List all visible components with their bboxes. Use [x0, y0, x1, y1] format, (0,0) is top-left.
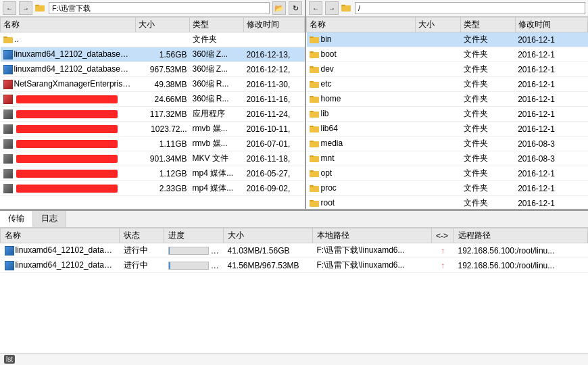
- left-file-date: [244, 32, 305, 47]
- right-file-size: [416, 151, 461, 166]
- transfer-direction: ↑: [432, 258, 454, 273]
- left-file-row[interactable]: 24.66MB360缩 R...2016-11-16,: [1, 92, 305, 107]
- left-file-type: 应用程序: [190, 107, 244, 122]
- left-file-type: mp4 媒体...: [190, 181, 244, 196]
- right-file-table[interactable]: 名称 大小 类型 修改时间 bin文件夹2016-12-1boot文件夹2016…: [306, 17, 588, 209]
- left-back-button[interactable]: ←: [3, 1, 16, 15]
- left-file-row[interactable]: linuxamd64_12102_database_2of2.zip967.53…: [1, 62, 305, 77]
- transfer-local-path: F:\迅雷下载\linuxamd6...: [313, 243, 432, 258]
- left-file-table[interactable]: 名称 大小 类型 修改时间 ..文件夹linuxamd64_12102_data…: [0, 17, 305, 209]
- right-file-type: 文件夹: [461, 196, 516, 210]
- right-file-type: 文件夹: [461, 122, 516, 137]
- left-file-size: 1.12GB: [136, 166, 190, 181]
- transfer-row[interactable]: linuxamd64_12102_databa... 进行中 2%41.03MB…: [1, 243, 588, 258]
- left-file-name: [1, 107, 136, 122]
- left-file-name: [1, 137, 136, 151]
- left-pane: ← → F:\迅雷下载 📂 ↻ 名称 大小: [0, 0, 306, 209]
- left-toolbar: ← → F:\迅雷下载 📂 ↻: [0, 0, 305, 17]
- right-file-row[interactable]: bin文件夹2016-12-1: [307, 32, 588, 47]
- left-file-row[interactable]: linuxamd64_12102_database_1of2.zip1.56GB…: [1, 47, 305, 62]
- right-file-row[interactable]: etc文件夹2016-12-1: [307, 77, 588, 92]
- left-path-input[interactable]: F:\迅雷下载: [49, 2, 270, 14]
- right-file-date: 2016-12-1: [515, 196, 587, 210]
- right-file-type: 文件夹: [461, 166, 516, 181]
- right-file-row[interactable]: proc文件夹2016-12-1: [307, 181, 588, 196]
- left-file-type: MKV 文件: [190, 151, 244, 166]
- left-file-date: 2016-12-13,: [244, 47, 305, 62]
- transfer-row[interactable]: linuxamd64_12102_databa... 进行中 4%41.56MB…: [1, 258, 588, 273]
- right-file-row[interactable]: lib64文件夹2016-12-1: [307, 122, 588, 137]
- right-back-button[interactable]: ←: [309, 1, 322, 15]
- right-file-size: [416, 196, 461, 210]
- right-file-type: 文件夹: [461, 181, 516, 196]
- left-file-date: 2016-07-01,: [244, 137, 305, 151]
- right-file-size: [416, 47, 461, 62]
- dual-pane-area: ← → F:\迅雷下载 📂 ↻ 名称 大小: [0, 0, 588, 210]
- svg-rect-3: [3, 36, 7, 38]
- transfer-col-progress: 进度: [164, 228, 224, 243]
- transfer-size: 41.03MB/1.56GB: [224, 243, 313, 258]
- right-file-size: [416, 77, 461, 92]
- left-file-row[interactable]: 1023.72...rmvb 媒...2016-10-11,: [1, 122, 305, 137]
- right-file-date: 2016-12-1: [515, 77, 587, 92]
- right-file-name: media: [307, 137, 416, 151]
- svg-rect-25: [310, 170, 314, 172]
- svg-rect-16: [310, 112, 319, 118]
- right-path-input[interactable]: /: [355, 2, 585, 14]
- right-file-row[interactable]: root文件夹2016-12-1: [307, 196, 588, 210]
- svg-rect-5: [341, 5, 345, 6]
- right-file-name: proc: [307, 181, 416, 196]
- direction-icon: ↑: [441, 246, 445, 256]
- svg-rect-23: [310, 155, 314, 157]
- left-file-size: 967.53MB: [136, 62, 190, 77]
- transfer-col-status: 状态: [120, 228, 164, 243]
- left-file-row[interactable]: NetSarangXmanagerEnterprise5.rar49.38MB3…: [1, 77, 305, 92]
- right-file-name: lib: [307, 107, 416, 122]
- svg-rect-19: [310, 126, 314, 127]
- tab-transfer[interactable]: 传输: [0, 211, 33, 227]
- transfer-table[interactable]: 名称 状态 进度 大小 本地路径 <-> 远程路径 linuxamd64_121…: [0, 228, 588, 353]
- tab-log[interactable]: 日志: [33, 211, 66, 227]
- left-file-row[interactable]: 1.11GBrmvb 媒...2016-07-01,: [1, 137, 305, 151]
- svg-rect-27: [310, 185, 314, 187]
- right-file-date: 2016-12-1: [515, 92, 587, 107]
- svg-rect-13: [310, 81, 314, 82]
- left-file-row[interactable]: 117.32MB应用程序2016-11-24,: [1, 107, 305, 122]
- right-forward-button[interactable]: →: [325, 1, 339, 15]
- transfer-name: linuxamd64_12102_databa...: [1, 243, 120, 258]
- left-file-size: 2.33GB: [136, 181, 190, 196]
- right-file-row[interactable]: boot文件夹2016-12-1: [307, 47, 588, 62]
- left-file-name: [1, 92, 136, 107]
- left-file-row[interactable]: 901.34MBMKV 文件2016-11-18,: [1, 151, 305, 166]
- left-file-name: [1, 122, 136, 137]
- left-file-date: 2016-10-11,: [244, 122, 305, 137]
- left-file-name: [1, 181, 136, 196]
- left-file-type: 360缩 R...: [190, 92, 244, 107]
- right-file-name: etc: [307, 77, 416, 92]
- right-file-type: 文件夹: [461, 107, 516, 122]
- progress-bar-fill: [169, 262, 170, 269]
- left-file-row[interactable]: ..文件夹: [1, 32, 305, 47]
- left-file-date: 2016-12-12,: [244, 62, 305, 77]
- right-file-size: [416, 137, 461, 151]
- right-file-date: 2016-12-1: [515, 181, 587, 196]
- left-open-button[interactable]: 📂: [272, 1, 286, 15]
- right-file-row[interactable]: mnt文件夹2016-08-3: [307, 151, 588, 166]
- right-file-type: 文件夹: [461, 32, 516, 47]
- svg-rect-11: [310, 66, 314, 68]
- right-file-row[interactable]: lib文件夹2016-12-1: [307, 107, 588, 122]
- right-file-row[interactable]: opt文件夹2016-12-1: [307, 166, 588, 181]
- right-file-row[interactable]: media文件夹2016-08-3: [307, 137, 588, 151]
- left-file-row[interactable]: 2.33GBmp4 媒体...2016-09-02,: [1, 181, 305, 196]
- left-forward-button[interactable]: →: [19, 1, 32, 15]
- right-file-row[interactable]: home文件夹2016-12-1: [307, 92, 588, 107]
- right-file-row[interactable]: dev文件夹2016-12-1: [307, 62, 588, 77]
- left-file-date: 2016-09-02,: [244, 181, 305, 196]
- left-file-row[interactable]: 1.12GBmp4 媒体...2016-05-27,: [1, 166, 305, 181]
- left-file-size: 117.32MB: [136, 107, 190, 122]
- right-file-type: 文件夹: [461, 92, 516, 107]
- left-refresh-button[interactable]: ↻: [289, 1, 302, 15]
- svg-rect-22: [310, 156, 319, 162]
- svg-rect-0: [35, 5, 45, 11]
- folder-icon-toolbar-left: [35, 3, 45, 13]
